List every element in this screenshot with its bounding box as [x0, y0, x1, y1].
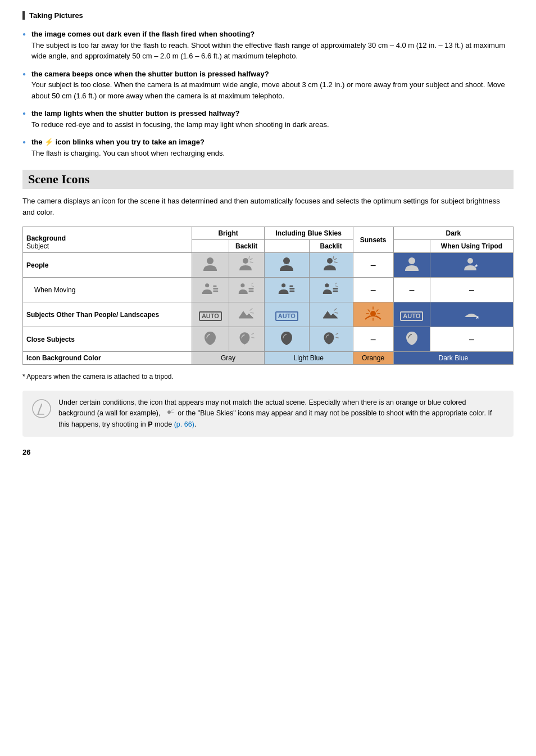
- icon-landscape-bright-backlit: [229, 302, 264, 327]
- bullet-text-2: Your subject is too close. When the came…: [31, 80, 505, 100]
- col-header-sunsets: Sunsets: [353, 227, 393, 253]
- bullet-item-4: the ⚡ icon blinks when you try to take a…: [22, 137, 514, 159]
- col-header-including-blue-skies: Including Blue Skies: [264, 227, 353, 240]
- icon-people-dark: [393, 253, 430, 278]
- scene-intro: The camera displays an icon for the scen…: [22, 196, 514, 218]
- bullet-item-1: the image comes out dark even if the fla…: [22, 29, 514, 62]
- svg-text:*: *: [476, 314, 479, 323]
- icon-close-dark: [393, 327, 430, 352]
- svg-rect-19: [333, 288, 338, 289]
- row-label-moving: When Moving: [23, 278, 192, 302]
- svg-rect-17: [290, 286, 293, 287]
- row-label-people: People: [23, 253, 192, 278]
- icon-people-sunset: –: [353, 253, 393, 278]
- col-subheader-bright-normal: [192, 240, 229, 253]
- svg-rect-15: [290, 288, 295, 289]
- icon-moving-bright: [192, 278, 229, 302]
- svg-point-11: [240, 283, 244, 287]
- row-label-bg-color: Icon Background Color: [23, 352, 192, 365]
- col-subheader-blue-normal: [264, 240, 309, 253]
- icon-close-blue-backlit: [309, 327, 353, 352]
- icon-moving-blue: [264, 278, 309, 302]
- row-label-close: Close Subjects: [23, 327, 192, 352]
- note-text: Under certain conditions, the icon that …: [58, 397, 505, 430]
- svg-rect-12: [248, 288, 253, 289]
- table-row-moving: When Moving: [23, 278, 514, 302]
- svg-rect-9: [214, 291, 219, 292]
- section-header: Taking Pictures: [22, 11, 514, 20]
- icon-landscape-blue-backlit: [309, 302, 353, 327]
- bullet-text-4: The flash is charging. You can shoot whe…: [31, 149, 225, 157]
- icon-people-bright: [192, 253, 229, 278]
- bullet-list: the image comes out dark even if the fla…: [22, 29, 514, 159]
- svg-point-0: [207, 257, 214, 264]
- icon-close-bright-backlit: [229, 327, 264, 352]
- svg-rect-16: [290, 291, 295, 292]
- svg-point-4: [408, 257, 415, 264]
- row-label-landscape: Subjects Other Than People/ Landscapes: [23, 302, 192, 327]
- icon-landscape-sunset: [353, 302, 393, 327]
- footnote: * Appears when the camera is attached to…: [22, 372, 514, 382]
- bullet-item-2: the camera beeps once when the shutter b…: [22, 69, 514, 102]
- icon-moving-tripod: –: [430, 278, 513, 302]
- col-subheader-dark-tripod: When Using Tripod: [430, 240, 513, 253]
- bullet-bold-3: the lamp lights when the shutter button …: [31, 109, 240, 117]
- bullet-bold-4: the ⚡ icon blinks when you try to take a…: [31, 138, 205, 146]
- svg-rect-10: [214, 286, 217, 287]
- icon-people-tripod: *: [430, 253, 513, 278]
- icon-people-blue: [264, 253, 309, 278]
- bg-color-orange: Orange: [353, 352, 393, 365]
- icon-landscape-tripod: *: [430, 302, 513, 327]
- table-row-close: Close Subjects: [23, 327, 514, 352]
- bg-color-lightblue: Light Blue: [264, 352, 353, 365]
- icon-close-tripod: –: [430, 327, 513, 352]
- col-subheader-blue-backlit: Backlit: [309, 240, 353, 253]
- bullet-item-3: the lamp lights when the shutter button …: [22, 108, 514, 130]
- header-title: Taking Pictures: [29, 11, 83, 20]
- icon-moving-dark: –: [393, 278, 430, 302]
- bullet-text-3: To reduce red-eye and to assist in focus…: [31, 120, 329, 129]
- col-header-bright: Bright: [192, 227, 265, 240]
- page-number: 26: [22, 448, 514, 456]
- col-header-dark: Dark: [393, 227, 513, 240]
- scene-icons-title: Scene Icons: [22, 170, 514, 189]
- col-header-background: Background Subject: [23, 227, 192, 253]
- svg-point-14: [281, 283, 285, 287]
- icon-moving-blue-backlit: [309, 278, 353, 302]
- icon-close-bright: [192, 327, 229, 352]
- svg-rect-20: [333, 291, 338, 292]
- table-row-people: People: [23, 253, 514, 278]
- bg-color-gray: Gray: [192, 352, 265, 365]
- icon-people-bright-backlit: [229, 253, 264, 278]
- svg-point-5: [467, 258, 473, 264]
- icon-landscape-bright: AUTO: [192, 302, 229, 327]
- col-subheader-dark-normal: [393, 240, 430, 253]
- svg-rect-13: [248, 291, 253, 292]
- icon-moving-sunset: –: [353, 278, 393, 302]
- note-icon: [31, 399, 52, 425]
- icon-moving-bright-backlit: [229, 278, 264, 302]
- icon-close-blue: [264, 327, 309, 352]
- svg-point-23: [33, 400, 51, 418]
- svg-point-24: [167, 410, 171, 414]
- icon-landscape-dark: AUTO: [393, 302, 430, 327]
- note-box: Under certain conditions, the icon that …: [22, 391, 514, 437]
- svg-point-3: [327, 258, 333, 264]
- svg-text:*: *: [475, 262, 478, 271]
- col-subheader-bright-backlit: Backlit: [229, 240, 264, 253]
- bullet-bold-2: the camera beeps once when the shutter b…: [31, 70, 269, 78]
- icon-landscape-blue: AUTO: [264, 302, 309, 327]
- svg-point-18: [325, 283, 329, 287]
- svg-rect-8: [214, 288, 219, 289]
- svg-point-2: [283, 257, 290, 264]
- icon-close-sunset: –: [353, 327, 393, 352]
- svg-point-7: [205, 283, 209, 287]
- table-row-bg-color: Icon Background Color Gray Light Blue Or…: [23, 352, 514, 365]
- bg-color-darkblue: Dark Blue: [393, 352, 513, 365]
- svg-point-1: [243, 258, 248, 264]
- table-row-landscape: Subjects Other Than People/ Landscapes A…: [23, 302, 514, 327]
- bullet-bold-1: the image comes out dark even if the fla…: [31, 30, 255, 38]
- scene-table: Background Subject Bright Including Blue…: [22, 227, 514, 365]
- bullet-text-1: The subject is too far away for the flas…: [31, 41, 505, 61]
- icon-people-blue-backlit: [309, 253, 353, 278]
